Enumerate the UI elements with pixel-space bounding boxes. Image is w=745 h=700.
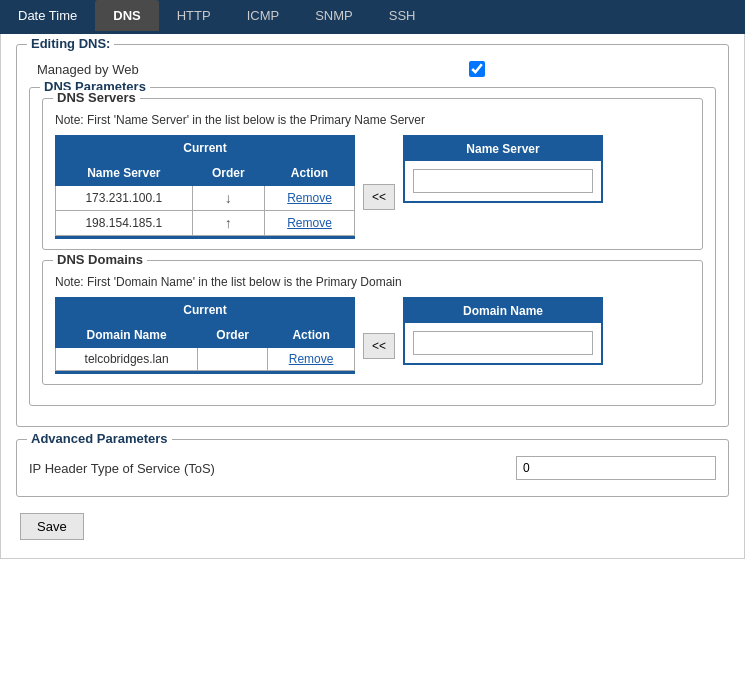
domain-name-panel-header: Domain Name [405,299,601,323]
domain-name-panel: Domain Name [403,297,603,365]
dns-domains-note: Note: First 'Domain Name' in the list be… [55,275,690,289]
table-row: 173.231.100.1 ↓ Remove [56,186,355,211]
dns-servers-note: Note: First 'Name Server' in the list be… [55,113,690,127]
order-icon-2[interactable]: ↑ [192,211,264,236]
action-remove-2[interactable]: Remove [265,211,355,236]
name-server-panel: Name Server [403,135,603,203]
managed-by-web-checkbox[interactable] [469,61,485,77]
col-order: Order [192,161,264,186]
col-action: Action [265,161,355,186]
dns-domains-section: DNS Domains Note: First 'Domain Name' in… [42,260,703,385]
tab-ssh[interactable]: SSH [371,0,434,31]
name-server-panel-header: Name Server [405,137,601,161]
table-row: 198.154.185.1 ↑ Remove [56,211,355,236]
action-remove-domain-1[interactable]: Remove [268,348,355,371]
tab-snmp[interactable]: SNMP [297,0,371,31]
action-remove-1[interactable]: Remove [265,186,355,211]
dns-servers-table-wrapper: Current Name Server Order Action [55,135,355,239]
table-bottom-bar-domains [55,371,355,374]
current-header: Current [56,136,355,161]
table-row: telcobridges.lan Remove [56,348,355,371]
col-action-domains: Action [268,323,355,348]
server-ip-2: 198.154.185.1 [56,211,193,236]
tos-label: IP Header Type of Service (ToS) [29,461,516,476]
col-order-domains: Order [198,323,268,348]
dns-domains-table: Current Domain Name Order Action [55,297,355,371]
dns-domains-label: DNS Domains [53,252,147,267]
col-name-server: Name Server [56,161,193,186]
dns-servers-layout: Current Name Server Order Action [55,135,690,239]
advanced-parameters-label: Advanced Parameters [27,431,172,446]
shift-left-button-servers[interactable]: << [363,184,395,210]
name-server-input[interactable] [413,169,593,193]
advanced-parameters-section: Advanced Parameters IP Header Type of Se… [16,439,729,497]
col-domain-name: Domain Name [56,323,198,348]
domain-name-panel-body [405,323,601,363]
dns-domains-table-wrapper: Current Domain Name Order Action [55,297,355,374]
dns-servers-section: DNS Servers Note: First 'Name Server' in… [42,98,703,250]
dns-servers-table: Current Name Server Order Action [55,135,355,236]
tos-input[interactable] [516,456,716,480]
dns-servers-label: DNS Servers [53,90,140,105]
save-button[interactable]: Save [20,513,84,540]
current-header-domains: Current [56,298,355,323]
tab-icmp[interactable]: ICMP [229,0,298,31]
tab-http[interactable]: HTTP [159,0,229,31]
name-server-panel-body [405,161,601,201]
shift-left-button-domains[interactable]: << [363,333,395,359]
dns-domains-layout: Current Domain Name Order Action [55,297,690,374]
domain-name-1: telcobridges.lan [56,348,198,371]
order-icon-1[interactable]: ↓ [192,186,264,211]
dns-parameters-section: DNS Parameters DNS Servers Note: First '… [29,87,716,406]
tab-bar: Date Time DNS HTTP ICMP SNMP SSH [0,0,745,34]
main-content: Editing DNS: Managed by Web DNS Paramete… [0,34,745,559]
tab-date-time[interactable]: Date Time [0,0,95,31]
tos-row: IP Header Type of Service (ToS) [29,450,716,486]
order-icon-domain-1 [198,348,268,371]
editing-dns-label: Editing DNS: [27,36,114,51]
managed-by-web-label: Managed by Web [37,62,139,77]
server-ip-1: 173.231.100.1 [56,186,193,211]
tab-dns[interactable]: DNS [95,0,158,31]
editing-dns-section: Editing DNS: Managed by Web DNS Paramete… [16,44,729,427]
table-bottom-bar [55,236,355,239]
domain-name-input[interactable] [413,331,593,355]
